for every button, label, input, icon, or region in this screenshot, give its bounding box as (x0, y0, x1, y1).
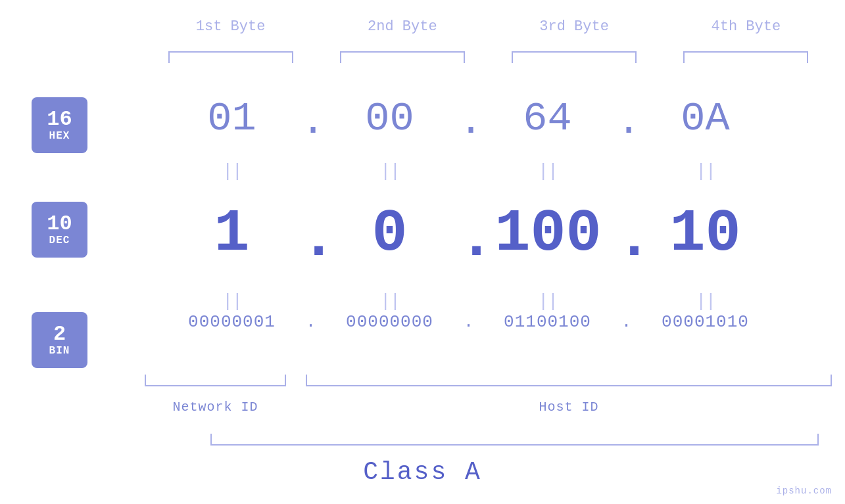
dec-dot-3: . (617, 206, 637, 273)
bin-row: 00000001 . 00000000 . 01100100 . 0000101… (105, 312, 832, 332)
dec-val-1: 1 (180, 200, 285, 267)
hex-badge-number: 16 (47, 109, 72, 130)
bin-badge: 2 BIN (32, 312, 87, 368)
byte-header-2: 2nd Byte (337, 18, 468, 35)
main-container: 16 HEX 10 DEC 2 BIN 1st Byte 2nd Byte 3r… (0, 0, 845, 504)
hex-val-4: 0A (653, 95, 758, 142)
hex-dot-3: . (617, 99, 637, 145)
class-label: Class A (0, 458, 845, 486)
hex-val-2: 00 (337, 95, 443, 142)
byte-headers: 1st Byte 2nd Byte 3rd Byte 4th Byte (145, 18, 832, 35)
bin-badge-number: 2 (53, 324, 66, 345)
hex-col-1: 01 (163, 95, 301, 142)
bin-val-1: 00000001 (180, 312, 285, 332)
eq-sign-2b: || (380, 292, 400, 311)
eq-col-2b: || (321, 292, 459, 311)
eq-sign-1a: || (222, 162, 242, 181)
bracket-host (306, 375, 832, 386)
bottom-brackets (145, 375, 832, 386)
network-id-label: Network ID (145, 400, 286, 415)
bracket-top-4 (683, 51, 808, 63)
eq-col-1b: || (163, 292, 301, 311)
hex-col-3: 64 (479, 95, 617, 142)
hex-dot-1: . (301, 99, 321, 145)
hex-col-4: 0A (637, 95, 775, 142)
dec-badge-number: 10 (47, 214, 72, 235)
byte-header-4: 4th Byte (680, 18, 811, 35)
eq-col-4a: || (637, 162, 775, 181)
bracket-top-3 (512, 51, 637, 63)
eq-col-3b: || (479, 292, 617, 311)
dec-col-3: 100 (479, 200, 617, 267)
dec-col-1: 1 (163, 200, 301, 267)
bracket-top-2 (340, 51, 465, 63)
bracket-top-1 (168, 51, 293, 63)
eq-sign-3a: || (538, 162, 558, 181)
bin-col-2: 00000000 (321, 312, 459, 332)
eq-sign-4b: || (696, 292, 715, 311)
hex-badge: 16 HEX (32, 97, 87, 153)
bin-col-3: 01100100 (479, 312, 617, 332)
bin-dot-2: . (459, 312, 479, 332)
eq-sign-1b: || (222, 292, 242, 311)
bin-col-1: 00000001 (163, 312, 301, 332)
byte-header-1: 1st Byte (165, 18, 297, 35)
columns-area: 1st Byte 2nd Byte 3rd Byte 4th Byte 01 .… (105, 0, 832, 504)
eq-col-1a: || (163, 162, 301, 181)
bin-badge-label: BIN (49, 345, 70, 357)
id-labels: Network ID Host ID (145, 400, 832, 415)
eq-sign-3b: || (538, 292, 558, 311)
bin-val-4: 00001010 (653, 312, 758, 332)
byte-header-3: 3rd Byte (508, 18, 640, 35)
dec-badge: 10 DEC (32, 202, 87, 258)
hex-badge-label: HEX (49, 130, 70, 142)
eq-col-2a: || (321, 162, 459, 181)
dec-val-4: 10 (653, 200, 758, 267)
eq-sign-2a: || (380, 162, 400, 181)
hex-val-3: 64 (495, 95, 600, 142)
top-brackets (145, 51, 832, 63)
dec-col-4: 10 (637, 200, 775, 267)
host-id-spacer (286, 400, 306, 415)
dec-col-2: 0 (321, 200, 459, 267)
eq-sign-4a: || (696, 162, 715, 181)
bin-dot-1: . (301, 312, 321, 332)
bracket-network (145, 375, 286, 386)
hex-val-1: 01 (180, 95, 285, 142)
eq-col-4b: || (637, 292, 775, 311)
bin-dot-3: . (617, 312, 637, 332)
dec-badge-label: DEC (49, 235, 70, 246)
hex-dot-2: . (459, 99, 479, 145)
hex-row: 01 . 00 . 64 . 0A (105, 95, 832, 142)
dec-val-3: 100 (495, 200, 600, 267)
hex-col-2: 00 (321, 95, 459, 142)
bin-col-4: 00001010 (637, 312, 775, 332)
watermark: ipshu.com (776, 486, 832, 496)
bracket-gap (286, 375, 306, 386)
dec-val-2: 0 (337, 200, 443, 267)
bin-val-3: 01100100 (495, 312, 600, 332)
eq-col-3a: || (479, 162, 617, 181)
eq-row-2: || || || || (105, 292, 832, 311)
eq-row-1: || || || || (105, 162, 832, 181)
dec-dot-1: . (301, 206, 321, 273)
dec-row: 1 . 0 . 100 . 10 (105, 200, 832, 267)
dec-dot-2: . (459, 206, 479, 273)
big-bottom-bracket (210, 434, 819, 446)
host-id-label: Host ID (306, 400, 832, 415)
bin-val-2: 00000000 (337, 312, 443, 332)
